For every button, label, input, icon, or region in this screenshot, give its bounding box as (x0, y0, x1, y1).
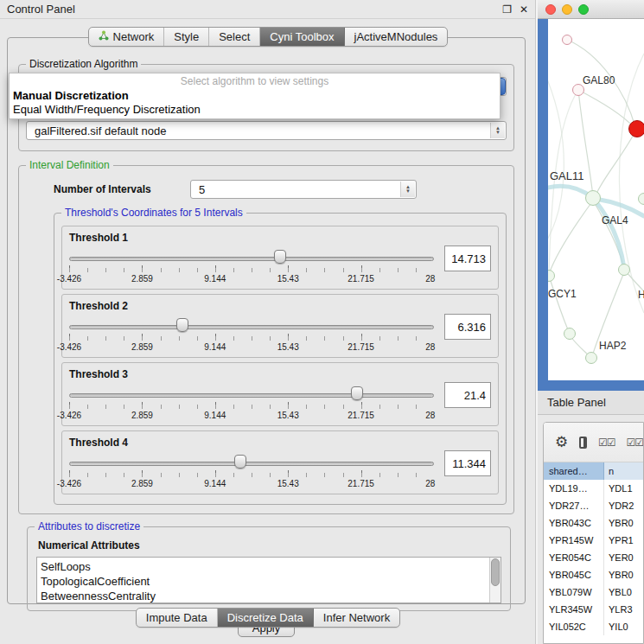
table-toolbar: ⚙ ☑☑ ☑☑ (544, 423, 643, 462)
network-node[interactable] (638, 193, 644, 205)
combo-arrows-icon: ▲▼ (490, 123, 505, 138)
table-row[interactable]: YPR145W YPR1 (544, 532, 643, 549)
list-item[interactable]: BetweennessCentrality (41, 589, 487, 603)
bottom-tab-bar: Impute Data Discretize Data Infer Networ… (0, 608, 536, 628)
table-row[interactable]: YER054C YER0 (544, 549, 643, 566)
numerical-attributes-label: Numerical Attributes (38, 539, 501, 552)
threshold-slider[interactable]: -3.426 2.859 9.144 15.43 21.715 28 (69, 317, 434, 354)
dropdown-option-equal-width-frequency[interactable]: Equal Width/Frequency Discretization (10, 102, 500, 116)
network-canvas[interactable]: GAL80 GAL11 GAL4 GCY1 H HAP2 (548, 19, 644, 380)
threshold-label: Threshold 3 (69, 368, 434, 380)
discretization-algorithm-group-title: Discretization Algorithm (26, 58, 141, 70)
tab-infer-network[interactable]: Infer Network (314, 609, 399, 627)
zoom-traffic-light-icon[interactable] (578, 4, 589, 15)
node-label: H (638, 289, 644, 301)
node-label: GAL11 (550, 169, 584, 182)
algorithm-dropdown-popup: Select algorithm to view settings Manual… (9, 73, 501, 119)
close-traffic-light-icon[interactable] (545, 4, 556, 15)
number-of-intervals-combo[interactable]: 5 ▲▼ (190, 180, 417, 199)
vertical-scrollbar[interactable] (489, 558, 501, 603)
tab-style[interactable]: Style (164, 28, 209, 46)
tab-impute-data[interactable]: Impute Data (137, 609, 218, 627)
attributes-group: Attributes to discretize Numerical Attri… (27, 526, 511, 611)
minimize-traffic-light-icon[interactable] (562, 4, 572, 15)
table-data-combo[interactable]: galFiltered.sif default node ▲▼ (26, 121, 507, 140)
slider-ticks (69, 402, 434, 409)
tab-cyni-toolbox[interactable]: Cyni Toolbox (260, 28, 344, 46)
table-panel-titlebar: Table Panel (538, 391, 644, 415)
threshold-panel-3: Threshold 3 -3.426 2.859 9.144 15.43 21.… (61, 362, 499, 426)
threshold-value-field[interactable] (444, 314, 491, 340)
slider-track[interactable] (69, 462, 434, 466)
gear-icon[interactable]: ⚙ (555, 433, 568, 451)
list-item[interactable]: TopologicalCoefficient (41, 574, 487, 589)
interval-definition-title: Interval Definition (26, 159, 113, 171)
slider-thumb[interactable] (176, 318, 188, 332)
table-row[interactable]: YDL19… YDL1 (544, 480, 643, 497)
slider-track[interactable] (69, 393, 434, 398)
table-row[interactable]: YBR043C YBR0 (544, 514, 643, 532)
control-panel-titlebar: Control Panel ❐ ✕ (0, 0, 535, 19)
dropdown-placeholder-option[interactable]: Select algorithm to view settings (10, 75, 500, 88)
slider-thumb[interactable] (234, 455, 246, 469)
threshold-label: Threshold 4 (69, 437, 434, 449)
control-panel-title: Control Panel (7, 3, 75, 16)
select-rows-icon[interactable]: ☑☑ (626, 437, 643, 449)
slider-track[interactable] (69, 257, 434, 261)
attributes-listbox: SelfLoops TopologicalCoefficient Between… (36, 557, 501, 603)
threshold-value-field[interactable] (444, 382, 491, 408)
threshold-value-field[interactable] (444, 245, 491, 271)
list-item[interactable]: SelfLoops (41, 559, 487, 574)
node-table: ⚙ ☑☑ ☑☑ shared… n YDL19… YDL1 YDR27… YDR… (543, 422, 644, 644)
table-row[interactable]: YBL079W YBL0 (544, 583, 643, 601)
network-node[interactable] (585, 352, 597, 364)
tab-discretize-data[interactable]: Discretize Data (218, 609, 314, 627)
scrollbar-thumb[interactable] (491, 558, 500, 586)
network-node[interactable] (618, 264, 630, 276)
slider-ticks (69, 265, 434, 272)
thresholds-group: Threshold's Coordinates for 5 Intervals … (54, 213, 507, 505)
node-label: HAP2 (599, 340, 626, 352)
threshold-panel-1: Threshold 1 -3.426 2.859 9.144 15.43 21.… (61, 226, 499, 290)
table-panel: ⚙ ☑☑ ☑☑ shared… n YDL19… YDL1 YDR27… YDR… (538, 415, 644, 644)
number-of-intervals-label: Number of Intervals (54, 183, 190, 195)
table-row[interactable]: YLR345W YLR3 (544, 601, 643, 618)
columns-icon[interactable] (579, 437, 587, 449)
slider-scale-labels: -3.426 2.859 9.144 15.43 21.715 28 (69, 274, 434, 284)
slider-thumb[interactable] (274, 250, 286, 264)
close-icon[interactable]: ✕ (520, 3, 528, 16)
threshold-label: Threshold 2 (69, 300, 434, 312)
thresholds-group-title: Threshold's Coordinates for 5 Intervals (61, 207, 246, 219)
column-header-shared-name[interactable]: shared… (544, 462, 604, 480)
threshold-slider[interactable]: -3.426 2.859 9.144 15.43 21.715 28 (69, 454, 434, 490)
select-columns-icon[interactable]: ☑☑ (598, 437, 615, 449)
table-row[interactable]: YDR27… YDR2 (544, 497, 643, 514)
float-window-icon[interactable]: ❐ (502, 3, 512, 16)
network-node[interactable] (564, 328, 576, 340)
node-label: GAL80 (583, 74, 615, 86)
table-header-row: shared… n (544, 462, 643, 480)
table-row[interactable]: YIL052C YIL0 (544, 618, 643, 635)
slider-thumb[interactable] (351, 386, 363, 400)
tab-select[interactable]: Select (209, 28, 260, 46)
network-node[interactable] (562, 35, 572, 45)
column-header-name[interactable]: n (604, 462, 643, 480)
top-tab-bar: Network Style Select Cyni Toolbox jActiv… (0, 27, 536, 47)
control-panel: Control Panel ❐ ✕ Network Style Select C… (0, 0, 536, 644)
threshold-value-field[interactable] (444, 450, 491, 476)
threshold-label: Threshold 1 (69, 232, 434, 244)
node-label: GCY1 (548, 288, 577, 300)
attributes-group-title: Attributes to discretize (35, 520, 143, 532)
slider-track[interactable] (69, 325, 434, 329)
tab-jactivemnodules[interactable]: jActiveMNodules (345, 28, 448, 46)
combo-arrows-icon: ▲▼ (400, 182, 415, 197)
threshold-slider[interactable]: -3.426 2.859 9.144 15.43 21.715 28 (69, 386, 434, 422)
slider-scale-labels: -3.426 2.859 9.144 15.43 21.715 28 (69, 479, 434, 489)
network-node[interactable] (585, 190, 601, 206)
threshold-panel-4: Threshold 4 -3.426 2.859 9.144 15.43 21.… (61, 430, 499, 494)
dropdown-option-manual-discretization[interactable]: Manual Discretization (10, 88, 500, 102)
threshold-slider[interactable]: -3.426 2.859 9.144 15.43 21.715 28 (69, 249, 434, 285)
selected-network-node[interactable] (628, 120, 644, 137)
tab-network[interactable]: Network (89, 28, 165, 46)
table-row[interactable]: YBR045C YBR0 (544, 566, 643, 583)
